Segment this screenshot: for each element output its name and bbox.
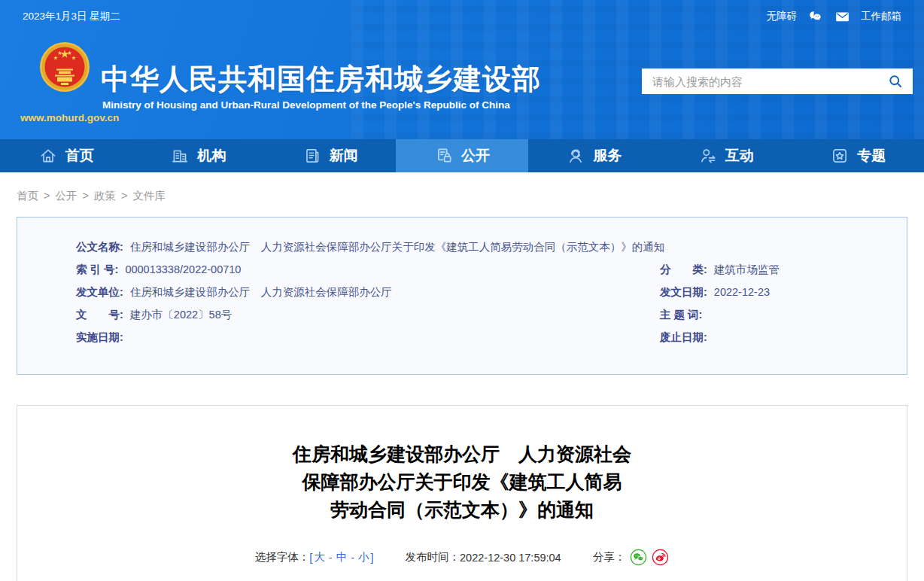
nav-item-interaction[interactable]: 互动	[660, 139, 792, 172]
header-main: www.mohurd.gov.cn 中华人民共和国住房和城乡建设部 Minist…	[0, 33, 924, 139]
disclosure-icon	[434, 146, 454, 166]
nav-label: 新闻	[330, 146, 358, 166]
doc-title-value: 住房和城乡建设部办公厅 人力资源社会保障部办公厅关于印发《建筑工人简易劳动合同（…	[130, 236, 665, 258]
article-title-line: 住房和城乡建设部办公厅 人力资源社会	[17, 440, 907, 468]
index-number-value: 000013338/2022-00710	[125, 258, 241, 281]
breadcrumb-separator: >	[121, 190, 127, 202]
category-value: 建筑市场监管	[714, 258, 780, 281]
abolish-date-label: 废止日期:	[660, 326, 707, 348]
publish-time: 发布时间： 2022-12-30 17:59:04	[406, 550, 561, 564]
publish-time-label: 发布时间：	[406, 550, 460, 564]
work-mailbox-link[interactable]: 工作邮箱	[861, 10, 901, 23]
main-nav: 首页 机构 新闻 公开	[0, 139, 924, 172]
site-header: 2023年1月3日 星期二 无障碍 工作邮箱	[0, 0, 924, 139]
publish-time-value: 2022-12-30 17:59:04	[460, 552, 561, 564]
breadcrumb-home[interactable]: 首页	[17, 190, 38, 202]
site-url: www.mohurd.gov.cn	[20, 112, 119, 123]
wechat-icon[interactable]	[807, 8, 824, 25]
nav-item-service[interactable]: 服务	[528, 139, 660, 172]
dash: -	[329, 552, 333, 564]
doc-number-label: 文 号:	[76, 303, 123, 326]
home-icon	[38, 146, 58, 166]
search-icon	[888, 74, 904, 90]
article-title: 住房和城乡建设部办公厅 人力资源社会 保障部办公厅关于印发《建筑工人简易 劳动合…	[17, 440, 907, 524]
search-button[interactable]	[886, 72, 905, 91]
issuing-unit-label: 发文单位:	[76, 281, 123, 303]
subject-words-label: 主 题 词:	[660, 303, 702, 326]
breadcrumb-library[interactable]: 文件库	[132, 190, 166, 202]
doc-info-row: 索 引 号: 000013338/2022-00710 分 类: 建筑市场监管	[17, 258, 907, 281]
nav-label: 首页	[65, 146, 94, 166]
document-info-box: 公文名称: 住房和城乡建设部办公厅 人力资源社会保障部办公厅关于印发《建筑工人简…	[17, 217, 907, 375]
organization-icon	[170, 146, 190, 166]
share-group: 分享：	[593, 549, 670, 566]
breadcrumb-separator: >	[44, 190, 50, 202]
font-size-large-link[interactable]: 大	[314, 550, 325, 564]
site-title-english: Ministry of Housing and Urban-Rural Deve…	[102, 99, 510, 111]
breadcrumb-policy[interactable]: 政策	[94, 190, 116, 202]
issue-date-label: 发文日期:	[660, 281, 707, 303]
nav-label: 服务	[593, 146, 622, 166]
breadcrumb-disclosure[interactable]: 公开	[55, 190, 77, 202]
breadcrumb: 首页>公开>政策>文件库	[17, 172, 907, 217]
article-box: 住房和城乡建设部办公厅 人力资源社会 保障部办公厅关于印发《建筑工人简易 劳动合…	[17, 405, 907, 581]
article-title-line: 劳动合同（示范文本）》的通知	[17, 496, 907, 524]
topics-icon	[830, 146, 850, 166]
article-title-line: 保障部办公厅关于印发《建筑工人简易	[17, 468, 907, 496]
national-emblem-logo	[39, 41, 90, 93]
nav-item-disclosure[interactable]: 公开	[396, 136, 527, 172]
mail-icon[interactable]	[834, 9, 850, 25]
nav-item-topics[interactable]: 专题	[792, 139, 924, 172]
nav-label: 互动	[725, 146, 754, 166]
search-box	[642, 68, 913, 94]
nav-label: 专题	[857, 146, 886, 166]
current-date: 2023年1月3日 星期二	[23, 10, 120, 23]
font-select-label: 选择字体：	[255, 550, 310, 564]
accessibility-link[interactable]: 无障碍	[767, 10, 798, 23]
interaction-icon	[698, 146, 718, 166]
nav-label: 公开	[461, 146, 490, 166]
search-input[interactable]	[652, 75, 886, 88]
doc-number-value: 建办市〔2022〕58号	[130, 303, 232, 326]
bracket: ]	[371, 552, 374, 564]
dash: -	[351, 552, 354, 564]
site-title: 中华人民共和国住房和城乡建设部	[101, 60, 541, 99]
service-icon	[566, 146, 585, 166]
weibo-share-icon[interactable]	[652, 549, 669, 566]
doc-info-row: 发文单位: 住房和城乡建设部办公厅 人力资源社会保障部办公厅 发文日期: 202…	[17, 281, 907, 303]
issuing-unit-value: 住房和城乡建设部办公厅 人力资源社会保障部办公厅	[130, 281, 392, 303]
wechat-share-icon[interactable]	[630, 549, 647, 566]
share-label: 分享：	[593, 550, 626, 564]
top-bar: 2023年1月3日 星期二 无障碍 工作邮箱	[0, 0, 924, 33]
nav-item-home[interactable]: 首页	[0, 139, 132, 172]
nav-item-news[interactable]: 新闻	[264, 139, 396, 172]
article-meta-bar: 选择字体： [ 大 - 中 - 小 ] 发布时间： 2022-12-30 17:…	[17, 549, 907, 566]
font-size-small-link[interactable]: 小	[358, 550, 369, 564]
doc-info-row: 实施日期: 废止日期:	[17, 326, 907, 348]
nav-item-organization[interactable]: 机构	[132, 139, 263, 172]
bracket: [	[309, 552, 312, 564]
font-size-medium-link[interactable]: 中	[336, 550, 348, 564]
index-number-label: 索 引 号:	[76, 258, 118, 281]
nav-label: 机构	[197, 146, 226, 166]
news-icon	[302, 146, 322, 166]
doc-title-row: 公文名称: 住房和城乡建设部办公厅 人力资源社会保障部办公厅关于印发《建筑工人简…	[17, 236, 907, 258]
breadcrumb-separator: >	[82, 190, 88, 202]
font-size-selector: 选择字体： [ 大 - 中 - 小 ]	[255, 550, 374, 564]
issue-date-value: 2022-12-23	[714, 281, 770, 303]
doc-title-label: 公文名称:	[76, 236, 123, 258]
doc-info-row: 文 号: 建办市〔2022〕58号 主 题 词:	[17, 303, 907, 326]
category-label: 分 类:	[660, 258, 707, 281]
implement-date-label: 实施日期:	[76, 326, 123, 348]
